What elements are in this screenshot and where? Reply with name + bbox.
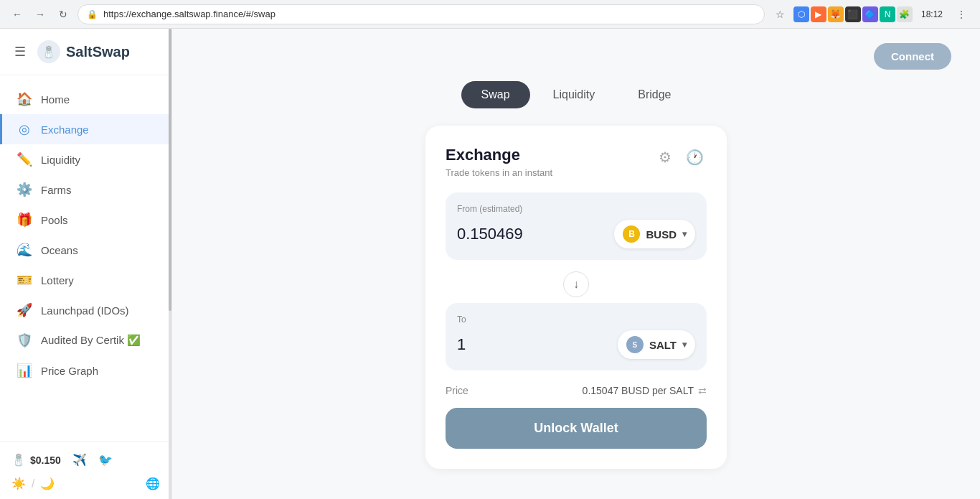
busd-logo: B: [623, 225, 640, 243]
to-input-row: S SALT ▾: [457, 330, 695, 359]
app-container: ☰ 🧂 SaltSwap 🏠 Home ◎ Exchange ✏️ Liquid…: [0, 29, 980, 499]
sidebar-label-liquidity: Liquidity: [41, 154, 80, 166]
ext-icon-6[interactable]: N: [880, 6, 895, 22]
to-token-selector[interactable]: S SALT ▾: [618, 330, 695, 359]
price-value-group: 0.15047 BUSD per SALT ⇄: [583, 385, 707, 396]
extension-icons: ⬡ ▶ 🦊 ⬛ 🔷 N 🧩: [793, 6, 913, 22]
price-row: 🧂 $0.150 ✈️ 🐦: [11, 450, 160, 470]
to-amount-input[interactable]: [457, 335, 600, 354]
swap-price-icon[interactable]: ⇄: [698, 385, 707, 396]
sidebar-item-price-graph[interactable]: 📊 Price Graph: [0, 355, 171, 386]
card-title: Exchange: [446, 146, 552, 164]
bookmark-button[interactable]: ☆: [771, 4, 791, 24]
forward-button[interactable]: →: [32, 6, 49, 23]
to-token-group: To S SALT ▾: [446, 303, 707, 370]
browser-actions: ☆ ⬡ ▶ 🦊 ⬛ 🔷 N 🧩 18:12 ⋮: [771, 4, 971, 24]
sidebar-scrollbar: [169, 29, 171, 499]
history-button[interactable]: 🕐: [683, 146, 707, 169]
from-token-selector[interactable]: B BUSD ▾: [614, 220, 695, 248]
from-token-group: From (estimated) B BUSD ▾: [446, 192, 707, 260]
sidebar-label-oceans: Oceans: [41, 244, 78, 256]
theme-divider: /: [32, 477, 34, 490]
salt-price-icon: 🧂: [11, 453, 26, 467]
to-token-chevron: ▾: [682, 340, 687, 350]
telegram-button[interactable]: ✈️: [70, 450, 90, 470]
launchpad-icon: 🚀: [17, 302, 32, 318]
main-content: Connect Swap Liquidity Bridge Exchange T…: [172, 29, 980, 499]
top-bar: Connect: [187, 43, 966, 81]
oceans-icon: 🌊: [17, 242, 32, 258]
lottery-icon: 🎫: [17, 272, 32, 288]
from-input-row: B BUSD ▾: [457, 220, 695, 248]
time-display: 18:12: [915, 9, 948, 19]
sidebar-item-oceans[interactable]: 🌊 Oceans: [0, 235, 171, 265]
card-actions: ⚙ 🕐: [656, 146, 707, 169]
url-bar[interactable]: 🔒 https://exchange.saltswap.finance/#/sw…: [77, 4, 765, 24]
sidebar-item-liquidity[interactable]: ✏️ Liquidity: [0, 144, 171, 174]
logo-icon: 🧂: [37, 40, 60, 63]
to-label: To: [457, 314, 695, 325]
refresh-button[interactable]: ↻: [55, 6, 72, 23]
price-graph-icon: 📊: [17, 363, 32, 378]
browser-chrome: ← → ↻ 🔒 https://exchange.saltswap.financ…: [0, 0, 980, 29]
logo-text: SaltSwap: [66, 44, 130, 60]
card-subtitle: Trade tokens in an instant: [446, 167, 552, 178]
exchange-card: Exchange Trade tokens in an instant ⚙ 🕐 …: [425, 126, 727, 469]
connect-button[interactable]: Connect: [874, 43, 951, 70]
settings-button[interactable]: ⚙: [656, 146, 674, 169]
to-token-name: SALT: [649, 339, 677, 351]
tab-bridge[interactable]: Bridge: [618, 81, 691, 108]
lock-icon: 🔒: [87, 9, 98, 19]
swap-direction-button[interactable]: ↓: [563, 271, 589, 297]
dark-theme-button[interactable]: 🌙: [40, 477, 55, 490]
sidebar-item-pools[interactable]: 🎁 Pools: [0, 205, 171, 235]
theme-row: ☀️ / 🌙 🌐: [11, 477, 160, 490]
sidebar-item-audited[interactable]: 🛡️ Audited By Certik ✅: [0, 325, 171, 355]
from-label: From (estimated): [457, 204, 695, 214]
price-value-text: 0.15047 BUSD per SALT: [583, 385, 694, 396]
liquidity-icon: ✏️: [17, 151, 32, 167]
sidebar-label-price-graph: Price Graph: [41, 365, 98, 377]
menu-button[interactable]: ⋮: [951, 4, 971, 24]
sidebar-label-audited: Audited By Certik ✅: [41, 334, 141, 347]
language-button[interactable]: 🌐: [146, 477, 160, 490]
light-theme-button[interactable]: ☀️: [11, 477, 26, 490]
farms-icon: ⚙️: [17, 182, 32, 197]
sidebar-label-exchange: Exchange: [41, 123, 89, 136]
price-info: Price 0.15047 BUSD per SALT ⇄: [446, 376, 707, 405]
sidebar-item-home[interactable]: 🏠 Home: [0, 84, 171, 114]
url-text: https://exchange.saltswap.finance/#/swap: [103, 9, 275, 19]
ext-icon-5[interactable]: 🔷: [862, 6, 878, 22]
salt-price: $0.150: [30, 454, 61, 466]
sidebar-nav: 🏠 Home ◎ Exchange ✏️ Liquidity ⚙️ Farms …: [0, 75, 171, 441]
price-badge: 🧂 $0.150: [11, 453, 61, 467]
card-title-group: Exchange Trade tokens in an instant: [446, 146, 552, 178]
tab-liquidity[interactable]: Liquidity: [533, 81, 616, 108]
salt-logo: S: [626, 336, 644, 353]
tab-swap[interactable]: Swap: [461, 81, 530, 108]
sidebar-label-pools: Pools: [41, 214, 68, 226]
exchange-icon: ◎: [17, 121, 32, 137]
ext-icon-7[interactable]: 🧩: [897, 6, 913, 22]
unlock-wallet-button[interactable]: Unlock Wallet: [446, 408, 707, 449]
sidebar: ☰ 🧂 SaltSwap 🏠 Home ◎ Exchange ✏️ Liquid…: [0, 29, 172, 499]
sidebar-header: ☰ 🧂 SaltSwap: [0, 29, 171, 75]
sidebar-item-farms[interactable]: ⚙️ Farms: [0, 174, 171, 205]
twitter-button[interactable]: 🐦: [95, 450, 116, 470]
from-token-name: BUSD: [646, 228, 677, 241]
ext-icon-3[interactable]: 🦊: [828, 6, 844, 22]
tabs-container: Swap Liquidity Bridge: [461, 81, 692, 108]
price-label: Price: [446, 385, 468, 396]
ext-icon-1[interactable]: ⬡: [793, 6, 809, 22]
sidebar-item-lottery[interactable]: 🎫 Lottery: [0, 265, 171, 295]
back-button[interactable]: ←: [9, 6, 26, 23]
ext-icon-4[interactable]: ⬛: [845, 6, 861, 22]
sidebar-label-lottery: Lottery: [41, 274, 74, 286]
hamburger-button[interactable]: ☰: [11, 41, 29, 62]
home-icon: 🏠: [17, 91, 32, 107]
theme-toggle: ☀️ / 🌙: [11, 477, 55, 490]
from-amount-input[interactable]: [457, 225, 600, 243]
ext-icon-2[interactable]: ▶: [811, 6, 826, 22]
sidebar-item-launchpad[interactable]: 🚀 Launchpad (IDOs): [0, 295, 171, 325]
sidebar-item-exchange[interactable]: ◎ Exchange: [0, 114, 171, 144]
